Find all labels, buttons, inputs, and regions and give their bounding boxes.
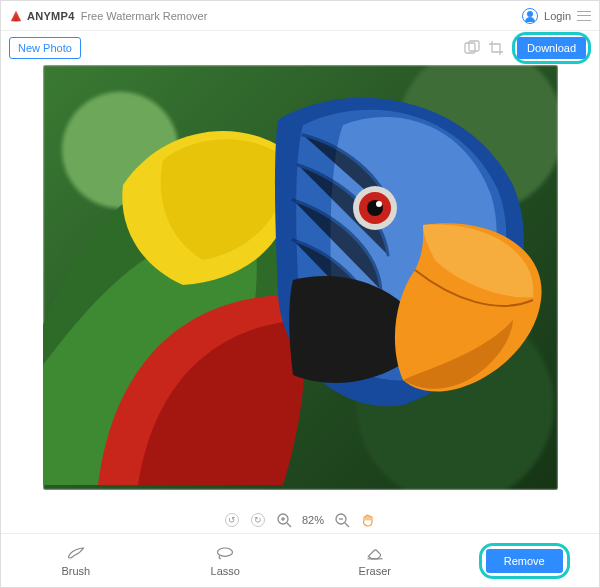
download-highlight: Download (512, 32, 591, 64)
svg-line-7 (287, 523, 291, 527)
app-frame: ANYMP4 Free Watermark Remover Login New … (0, 0, 600, 588)
header-bar: ANYMP4 Free Watermark Remover Login (1, 1, 599, 31)
zoom-bar: ↺ ↻ 82% (1, 507, 599, 533)
redo-icon[interactable]: ↻ (250, 512, 266, 528)
tool-eraser-label: Eraser (359, 565, 391, 577)
svg-point-13 (218, 548, 233, 556)
compare-icon[interactable] (464, 40, 480, 56)
zoom-in-icon[interactable] (276, 512, 292, 528)
remove-button[interactable]: Remove (486, 549, 563, 573)
tool-brush[interactable]: Brush (1, 545, 151, 577)
app-title: Free Watermark Remover (81, 10, 208, 22)
tool-lasso-label: Lasso (211, 565, 240, 577)
new-photo-button[interactable]: New Photo (9, 37, 81, 59)
zoom-value: 82% (302, 514, 324, 526)
login-link[interactable]: Login (544, 10, 571, 22)
brand-logo[interactable]: ANYMP4 (9, 9, 75, 23)
svg-point-5 (376, 201, 382, 207)
zoom-out-icon[interactable] (334, 512, 350, 528)
brand-text: ANYMP4 (27, 10, 75, 22)
svg-line-11 (345, 523, 349, 527)
eraser-icon (365, 545, 385, 561)
tool-eraser[interactable]: Eraser (300, 545, 450, 577)
user-avatar-icon[interactable] (522, 8, 538, 24)
download-button[interactable]: Download (517, 37, 586, 59)
canvas-area (1, 65, 599, 507)
pan-hand-icon[interactable] (360, 512, 376, 528)
crop-icon[interactable] (488, 40, 504, 56)
top-toolbar: New Photo Download (1, 31, 599, 65)
bottom-tools: Brush Lasso Eraser Remove (1, 533, 599, 587)
tool-brush-label: Brush (61, 565, 90, 577)
image-content-parrot (43, 65, 558, 490)
header-right: Login (522, 8, 591, 24)
brand-mark-icon (9, 9, 23, 23)
hamburger-menu-icon[interactable] (577, 11, 591, 21)
brush-icon (66, 545, 86, 561)
image-canvas[interactable] (43, 65, 558, 490)
tool-lasso[interactable]: Lasso (151, 545, 301, 577)
lasso-icon (215, 545, 235, 561)
remove-button-area: Remove (450, 543, 600, 579)
remove-highlight: Remove (479, 543, 570, 579)
undo-icon[interactable]: ↺ (224, 512, 240, 528)
toolbar-right: Download (464, 32, 591, 64)
